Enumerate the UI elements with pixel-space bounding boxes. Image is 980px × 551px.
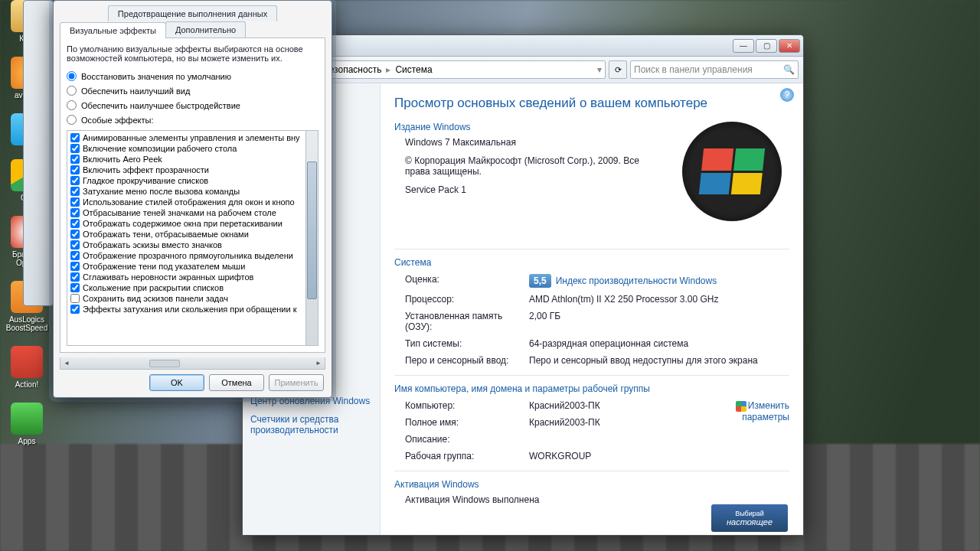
vertical-scrollbar[interactable] [305, 131, 318, 345]
effect-checkbox[interactable] [70, 294, 80, 303]
breadcrumb[interactable]: ема и безопасность ▸ Система ▾ [293, 60, 606, 79]
effect-checkbox-row[interactable]: Использование стилей отображения для око… [69, 197, 304, 207]
minimize-button[interactable]: — [733, 39, 754, 53]
effect-label: Отображать эскизы вместо значков [83, 240, 222, 249]
close-button[interactable]: ✕ [779, 39, 800, 53]
radio-restore-defaults[interactable]: Восстановить значения по умолчанию [67, 71, 318, 81]
value: Красний2003-ПК [529, 416, 696, 429]
desktop-icon[interactable]: Action! [4, 346, 50, 389]
effect-label: Отображение тени под указателем мыши [83, 262, 245, 271]
effect-checkbox[interactable] [70, 305, 80, 314]
horizontal-scrollbar[interactable]: ◄ ► [60, 357, 325, 370]
effect-checkbox-row[interactable]: Отображать эскизы вместо значков [69, 240, 304, 250]
cancel-button[interactable]: Отмена [209, 374, 264, 391]
effect-checkbox-row[interactable]: Анимированные элементы управления и элем… [69, 132, 304, 143]
effect-checkbox-row[interactable]: Отображать тени, отбрасываемые окнами [69, 229, 304, 240]
effect-checkbox[interactable] [70, 155, 80, 164]
effect-label: Скольжение при раскрытии списков [83, 283, 224, 292]
effect-checkbox-row[interactable]: Отображение прозрачного прямоугольника в… [69, 250, 304, 261]
effect-checkbox[interactable] [70, 165, 80, 174]
effect-label: Включение композиции рабочего стола [83, 144, 237, 153]
effect-checkbox-row[interactable]: Включить Aero Peek [69, 154, 304, 165]
tab-advanced[interactable]: Дополнительно [165, 21, 246, 37]
effect-checkbox-row[interactable]: Включение композиции рабочего стола [69, 143, 304, 154]
effect-checkbox[interactable] [70, 208, 80, 217]
genuine-promo-badge: Выбирайнастоящее [711, 504, 788, 532]
effect-checkbox[interactable] [70, 262, 80, 271]
copyright-text: © Корпорация Майкрософт (Microsoft Corp.… [405, 155, 642, 177]
effect-label: Эффекты затухания или скольжения при обр… [83, 305, 297, 314]
dialog-body: По умолчанию визуальные эффекты выбирают… [60, 37, 325, 353]
performance-index-link[interactable]: Индекс производительности Windows [556, 276, 717, 286]
help-icon[interactable]: ? [780, 88, 794, 102]
label: Полное имя: [405, 416, 520, 429]
effect-checkbox[interactable] [70, 251, 80, 260]
effect-label: Гладкое прокручивание списков [83, 176, 208, 185]
system-info-table: Оценка: 5,5Индекс производительности Win… [405, 272, 789, 367]
label: Процессор: [405, 292, 520, 306]
windows-edition: Windows 7 Максимальная [405, 137, 642, 148]
effect-checkbox[interactable] [70, 133, 80, 142]
sidebar-link[interactable]: Счетчики и средства производительности [250, 414, 372, 435]
activation-status: Активация Windows выполнена [405, 494, 789, 505]
search-input[interactable]: Поиск в панели управления 🔍 [630, 60, 799, 79]
effect-checkbox[interactable] [70, 272, 80, 282]
tab-visual-effects[interactable]: Визуальные эффекты [60, 22, 166, 38]
effect-checkbox-row[interactable]: Включить эффект прозрачности [69, 165, 304, 175]
search-placeholder: Поиск в панели управления [634, 64, 753, 75]
system-main-panel: ? Просмотр основных сведений о вашем ком… [381, 83, 803, 535]
ok-button[interactable]: OK [149, 374, 204, 391]
effect-checkbox[interactable] [70, 283, 80, 292]
effect-label: Отображать содержимое окна при перетаски… [83, 219, 283, 228]
scrollbar-thumb[interactable] [149, 360, 180, 367]
effect-checkbox-row[interactable]: Затухание меню после вызова команды [69, 186, 304, 197]
scrollbar-thumb[interactable] [307, 161, 317, 299]
apply-button[interactable]: Применить [269, 374, 324, 391]
effect-label: Включить Aero Peek [83, 155, 162, 164]
radio-custom[interactable]: Особые эффекты: [67, 115, 318, 125]
chevron-down-icon[interactable]: ▾ [597, 64, 602, 75]
effect-checkbox-row[interactable]: Отображение тени под указателем мыши [69, 261, 304, 272]
effect-label: Сглаживать неровности экранных шрифтов [83, 272, 253, 282]
effect-checkbox-row[interactable]: Скольжение при раскрытии списков [69, 282, 304, 293]
effect-checkbox-row[interactable]: Гладкое прокручивание списков [69, 175, 304, 186]
effect-checkbox-row[interactable]: Отображать содержимое окна при перетаски… [69, 218, 304, 229]
effect-checkbox-row[interactable]: Сглаживать неровности экранных шрифтов [69, 272, 304, 282]
breadcrumb-item[interactable]: Система [395, 64, 432, 75]
search-icon[interactable]: 🔍 [783, 64, 795, 75]
effect-checkbox-row[interactable]: Отбрасывание теней значками на рабочем с… [69, 207, 304, 218]
value: 64-разрядная операционная система [529, 337, 789, 350]
effect-checkbox[interactable] [70, 176, 80, 185]
effect-checkbox[interactable] [70, 197, 80, 207]
rating-badge: 5,5 [529, 274, 551, 288]
label: Оценка: [405, 272, 520, 289]
background-window-sliver [23, 0, 54, 306]
change-settings-link[interactable]: Изменить параметры [742, 400, 789, 422]
effect-label: Отображение прозрачного прямоугольника в… [83, 251, 293, 260]
rating-value: 5,5Индекс производительности Windows [529, 272, 789, 289]
desktop-icon[interactable]: Apps [4, 403, 50, 445]
value: 2,00 ГБ [529, 309, 789, 334]
refresh-button[interactable]: ⟳ [609, 60, 627, 79]
effect-checkbox[interactable] [70, 230, 80, 239]
label: Установленная память (ОЗУ): [405, 309, 520, 334]
intro-text: По умолчанию визуальные эффекты выбирают… [67, 44, 318, 63]
effect-checkbox-row[interactable]: Сохранить вид эскизов панели задач [69, 293, 304, 304]
effect-label: Отображать тени, отбрасываемые окнами [83, 230, 249, 239]
scroll-right-button[interactable]: ► [312, 357, 325, 369]
tab-dep[interactable]: Предотвращение выполнения данных [108, 5, 277, 21]
windows-logo-icon [682, 122, 782, 221]
effect-checkbox[interactable] [70, 187, 80, 196]
effect-checkbox[interactable] [70, 144, 80, 153]
effect-checkbox[interactable] [70, 240, 80, 249]
shield-icon [736, 401, 746, 412]
effect-checkbox-row[interactable]: Эффекты затухания или скольжения при обр… [69, 304, 304, 315]
effect-label: Сохранить вид эскизов панели задач [83, 294, 228, 303]
effect-checkbox[interactable] [70, 219, 80, 228]
scroll-left-button[interactable]: ◄ [60, 357, 73, 369]
effects-list[interactable]: Анимированные элементы управления и элем… [67, 131, 305, 345]
maximize-button[interactable]: ▢ [756, 39, 777, 53]
page-title: Просмотр основных сведений о вашем компь… [394, 96, 789, 111]
radio-best-appearance[interactable]: Обеспечить наилучший вид [67, 86, 318, 96]
radio-best-performance[interactable]: Обеспечить наилучшее быстродействие [67, 100, 318, 110]
